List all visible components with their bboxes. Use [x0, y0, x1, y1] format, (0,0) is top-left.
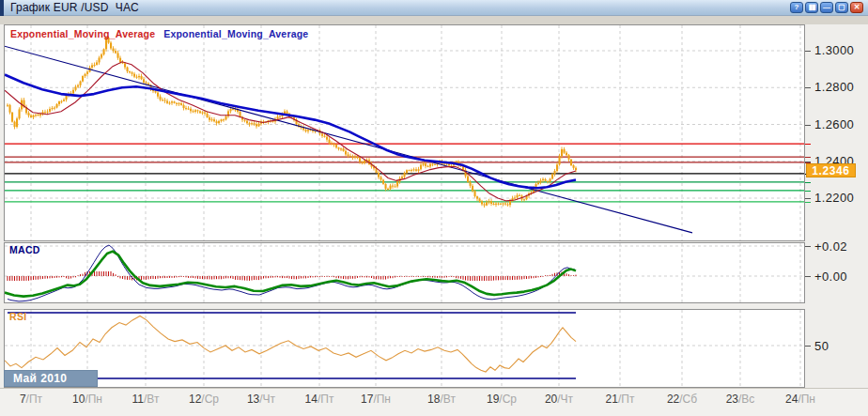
date-weekday: /Пн	[373, 393, 391, 406]
price-axis-label: 1.2200	[814, 191, 865, 205]
date-label: 10/Пн	[66, 393, 109, 406]
macd-axis-label-000: +0.00	[814, 270, 865, 284]
price-axis-tick	[805, 87, 811, 88]
date-day: 11	[132, 393, 144, 406]
date-day: 7	[20, 393, 26, 406]
price-chart-panel[interactable]: Exponential_Moving_Average Exponential_M…	[4, 24, 805, 241]
window-titlebar[interactable]: График EUR /USD ЧАС ?▮▮—▢✕	[0, 0, 868, 16]
date-weekday: /Пт	[618, 393, 634, 406]
titlebar-gap	[0, 16, 868, 24]
date-weekday: /Сб	[679, 393, 697, 406]
date-weekday: /Пн	[85, 393, 102, 406]
date-weekday: /Пт	[318, 393, 333, 406]
price-chart-plot[interactable]	[5, 25, 804, 240]
date-label: 12/Ср	[182, 393, 225, 406]
window-title: График EUR /USD ЧАС	[4, 1, 139, 14]
price-line-tick	[805, 144, 811, 145]
price-axis-label: 1.2600	[814, 117, 865, 131]
minimize-button[interactable]: —	[820, 2, 833, 13]
macd-axis-tick	[805, 246, 811, 247]
date-day: 18	[427, 393, 440, 406]
date-label: 11/Вт	[124, 393, 167, 406]
date-weekday: /Чт	[557, 393, 573, 406]
date-label: 19/Ср	[480, 393, 523, 406]
date-weekday: /Ср	[201, 393, 219, 406]
date-label: 14/Пт	[298, 393, 341, 406]
month-label: Май 2010	[4, 370, 98, 387]
date-label: 18/Вт	[420, 393, 463, 406]
rsi-axis-tick	[805, 346, 811, 347]
rsi-label: RSI	[9, 311, 26, 322]
rsi-axis-label-50: 50	[814, 339, 865, 353]
macd-panel[interactable]: MACD	[4, 242, 805, 303]
date-label: 21/Пт	[598, 393, 642, 406]
date-label: 22/Сб	[660, 393, 704, 406]
date-weekday: /Пт	[26, 393, 42, 406]
price-axis-tick	[805, 51, 811, 52]
date-day: 19	[487, 393, 499, 406]
date-day: 14	[305, 393, 318, 406]
help-button[interactable]: ?	[790, 2, 803, 13]
price-axis-label: 1.3000	[814, 43, 865, 57]
price-axis-tick	[805, 198, 811, 199]
date-weekday: /Вт	[440, 393, 455, 406]
date-label: 20/Чт	[537, 393, 581, 406]
date-axis: 7/Пт10/Пн11/Вт12/Ср13/Чт14/Пт17/Пн18/Вт1…	[0, 388, 868, 416]
price-line-tick	[805, 182, 811, 183]
macd-axis-tick	[805, 276, 811, 277]
pause-button[interactable]: ▮▮	[805, 2, 818, 13]
date-label: 7/Пт	[9, 393, 53, 406]
rsi-panel[interactable]: RSI	[4, 309, 805, 388]
date-day: 20	[545, 393, 557, 406]
date-weekday: /Чт	[259, 393, 275, 406]
price-axis-tick	[805, 125, 811, 126]
date-weekday: /Вт	[144, 393, 159, 406]
date-day: 21	[606, 393, 618, 406]
macd-plot[interactable]	[5, 243, 804, 302]
date-day: 24	[785, 393, 798, 406]
macd-axis-label-002: +0.02	[814, 239, 865, 254]
rsi-plot[interactable]	[5, 310, 804, 387]
ema-fast-legend-label: Exponential_Moving_Average	[10, 28, 155, 39]
macd-label: MACD	[9, 244, 40, 255]
date-weekday: /Пн	[798, 393, 815, 406]
date-label: 13/Чт	[240, 393, 283, 406]
date-day: 10	[72, 393, 85, 406]
date-day: 17	[361, 393, 373, 406]
window-controls: ?▮▮—▢✕	[790, 2, 868, 13]
price-line-tick	[805, 202, 811, 203]
close-button[interactable]: ✕	[850, 2, 863, 13]
current-price-tag: 1.2346	[806, 163, 856, 177]
chart-window: График EUR /USD ЧАС ?▮▮—▢✕ Exponential_M…	[0, 0, 868, 416]
date-label: 23/Вс	[719, 393, 762, 406]
price-line-tick	[805, 157, 811, 158]
date-day: 13	[247, 393, 259, 406]
ema-slow-legend-label: Exponential_Moving_Average	[163, 28, 308, 39]
indicator-legend: Exponential_Moving_Average Exponential_M…	[10, 28, 308, 39]
date-label: 24/Пн	[779, 393, 822, 406]
date-day: 22	[667, 393, 679, 406]
price-line-tick	[805, 191, 811, 192]
date-day: 23	[726, 393, 738, 406]
date-label: 17/Пн	[354, 393, 397, 406]
date-weekday: /Ср	[499, 393, 517, 406]
date-weekday: /Вс	[738, 393, 754, 406]
restore-button[interactable]: ▢	[835, 2, 848, 13]
date-day: 12	[189, 393, 201, 406]
price-axis-label: 1.2800	[814, 80, 865, 94]
